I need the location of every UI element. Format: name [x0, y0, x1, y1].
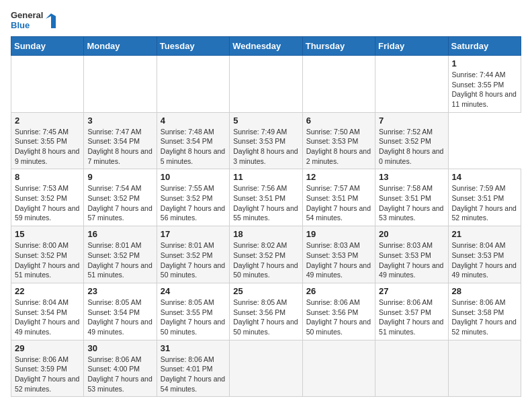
calendar-week-row: 22Sunrise: 8:04 AMSunset: 3:54 PMDayligh…: [11, 283, 521, 340]
day-number: 25: [233, 286, 298, 296]
calendar-day-cell: 20Sunrise: 8:03 AMSunset: 3:53 PMDayligh…: [375, 226, 448, 283]
day-number: 21: [452, 229, 517, 239]
day-number: 6: [306, 116, 371, 126]
day-info: Sunrise: 8:03 AMSunset: 3:53 PMDaylight …: [306, 240, 371, 280]
day-info: Sunrise: 8:06 AMSunset: 3:57 PMDaylight …: [379, 298, 444, 337]
day-number: 17: [161, 229, 226, 239]
day-number: 8: [15, 172, 80, 182]
calendar-day-cell: 4Sunrise: 7:48 AMSunset: 3:54 PMDaylight…: [157, 112, 229, 169]
logo-text: General Blue: [11, 11, 43, 31]
day-info: Sunrise: 7:45 AMSunset: 3:55 PMDaylight …: [15, 127, 80, 167]
day-info: Sunrise: 7:48 AMSunset: 3:54 PMDaylight …: [161, 127, 226, 167]
day-number: 13: [379, 172, 444, 182]
day-info: Sunrise: 8:04 AMSunset: 3:54 PMDaylight …: [15, 298, 80, 337]
day-info: Sunrise: 7:47 AMSunset: 3:54 PMDaylight …: [87, 127, 152, 167]
day-number: 31: [161, 343, 226, 353]
day-number: 19: [306, 229, 371, 239]
day-info: Sunrise: 7:50 AMSunset: 3:53 PMDaylight …: [306, 127, 371, 167]
day-number: 3: [87, 116, 152, 126]
day-info: Sunrise: 8:05 AMSunset: 3:55 PMDaylight …: [161, 298, 226, 337]
day-info: Sunrise: 8:06 AMSunset: 3:56 PMDaylight …: [306, 298, 371, 337]
empty-cell: [375, 340, 448, 397]
empty-cell: [230, 55, 302, 112]
day-number: 22: [15, 286, 80, 296]
day-info: Sunrise: 7:44 AMSunset: 3:55 PMDaylight …: [452, 70, 517, 109]
day-number: 15: [15, 229, 80, 239]
weekday-header: Monday: [84, 36, 157, 55]
empty-cell: [375, 55, 448, 112]
empty-cell: [11, 55, 84, 112]
day-number: 18: [233, 229, 298, 239]
day-info: Sunrise: 7:52 AMSunset: 3:52 PMDaylight …: [379, 127, 444, 167]
day-info: Sunrise: 8:06 AMSunset: 4:01 PMDaylight …: [161, 355, 226, 394]
day-number: 2: [15, 116, 80, 126]
day-info: Sunrise: 8:06 AMSunset: 4:00 PMDaylight …: [87, 355, 152, 394]
day-info: Sunrise: 8:00 AMSunset: 3:52 PMDaylight …: [15, 240, 80, 280]
calendar-day-cell: 14Sunrise: 7:59 AMSunset: 3:51 PMDayligh…: [448, 169, 521, 226]
empty-cell: [84, 55, 157, 112]
calendar-week-row: 8Sunrise: 7:53 AMSunset: 3:52 PMDaylight…: [11, 169, 521, 226]
day-number: 28: [452, 286, 517, 296]
day-number: 20: [379, 229, 444, 239]
day-number: 30: [87, 343, 152, 353]
day-info: Sunrise: 8:05 AMSunset: 3:54 PMDaylight …: [87, 298, 152, 337]
day-number: 23: [87, 286, 152, 296]
day-info: Sunrise: 7:49 AMSunset: 3:53 PMDaylight …: [233, 127, 298, 167]
calendar-day-cell: 23Sunrise: 8:05 AMSunset: 3:54 PMDayligh…: [84, 283, 157, 340]
day-number: 27: [379, 286, 444, 296]
day-number: 9: [87, 172, 152, 182]
calendar-day-cell: 16Sunrise: 8:01 AMSunset: 3:52 PMDayligh…: [84, 226, 157, 283]
day-info: Sunrise: 8:06 AMSunset: 3:58 PMDaylight …: [452, 298, 517, 337]
day-number: 29: [15, 343, 80, 353]
calendar-day-cell: 9Sunrise: 7:54 AMSunset: 3:52 PMDaylight…: [84, 169, 157, 226]
calendar-week-row: 1Sunrise: 7:44 AMSunset: 3:55 PMDaylight…: [11, 55, 521, 112]
day-info: Sunrise: 8:01 AMSunset: 3:52 PMDaylight …: [87, 240, 152, 280]
day-info: Sunrise: 7:59 AMSunset: 3:51 PMDaylight …: [452, 183, 517, 223]
weekday-header: Saturday: [448, 36, 521, 55]
day-number: 4: [161, 116, 226, 126]
calendar-day-cell: 6Sunrise: 7:50 AMSunset: 3:53 PMDaylight…: [302, 112, 375, 169]
day-number: 11: [233, 172, 298, 182]
svg-marker-0: [46, 13, 60, 28]
day-info: Sunrise: 7:54 AMSunset: 3:52 PMDaylight …: [87, 183, 152, 223]
day-number: 5: [233, 116, 298, 126]
weekday-header: Wednesday: [230, 36, 302, 55]
day-info: Sunrise: 7:53 AMSunset: 3:52 PMDaylight …: [15, 183, 80, 223]
calendar-day-cell: 2Sunrise: 7:45 AMSunset: 3:55 PMDaylight…: [11, 112, 84, 169]
weekday-header: Friday: [375, 36, 448, 55]
calendar-week-row: 15Sunrise: 8:00 AMSunset: 3:52 PMDayligh…: [11, 226, 521, 283]
weekday-header: Thursday: [302, 36, 375, 55]
weekday-header-row: SundayMondayTuesdayWednesdayThursdayFrid…: [11, 36, 521, 55]
logo: General Blue: [11, 11, 60, 31]
calendar-day-cell: 21Sunrise: 8:04 AMSunset: 3:53 PMDayligh…: [448, 226, 521, 283]
day-number: 24: [161, 286, 226, 296]
weekday-header: Tuesday: [157, 36, 229, 55]
calendar-day-cell: 10Sunrise: 7:55 AMSunset: 3:52 PMDayligh…: [157, 169, 229, 226]
calendar-week-row: 29Sunrise: 8:06 AMSunset: 3:59 PMDayligh…: [11, 340, 521, 397]
calendar-week-row: 2Sunrise: 7:45 AMSunset: 3:55 PMDaylight…: [11, 112, 521, 169]
empty-cell: [302, 55, 375, 112]
day-info: Sunrise: 7:56 AMSunset: 3:51 PMDaylight …: [233, 183, 298, 223]
day-number: 14: [452, 172, 517, 182]
day-info: Sunrise: 8:02 AMSunset: 3:52 PMDaylight …: [233, 240, 298, 280]
day-info: Sunrise: 7:58 AMSunset: 3:51 PMDaylight …: [379, 183, 444, 223]
empty-cell: [448, 340, 521, 397]
calendar-day-cell: 22Sunrise: 8:04 AMSunset: 3:54 PMDayligh…: [11, 283, 84, 340]
day-info: Sunrise: 8:05 AMSunset: 3:56 PMDaylight …: [233, 298, 298, 337]
calendar-day-cell: 13Sunrise: 7:58 AMSunset: 3:51 PMDayligh…: [375, 169, 448, 226]
day-info: Sunrise: 8:06 AMSunset: 3:59 PMDaylight …: [15, 355, 80, 394]
empty-cell: [230, 340, 302, 397]
page-header: General Blue: [11, 11, 521, 31]
day-number: 1: [452, 58, 517, 68]
calendar-day-cell: 11Sunrise: 7:56 AMSunset: 3:51 PMDayligh…: [230, 169, 302, 226]
calendar-day-cell: 3Sunrise: 7:47 AMSunset: 3:54 PMDaylight…: [84, 112, 157, 169]
day-info: Sunrise: 8:04 AMSunset: 3:53 PMDaylight …: [452, 240, 517, 280]
empty-cell: [157, 55, 229, 112]
calendar-day-cell: 31Sunrise: 8:06 AMSunset: 4:01 PMDayligh…: [157, 340, 229, 397]
calendar-day-cell: 18Sunrise: 8:02 AMSunset: 3:52 PMDayligh…: [230, 226, 302, 283]
calendar-day-cell: 26Sunrise: 8:06 AMSunset: 3:56 PMDayligh…: [302, 283, 375, 340]
day-info: Sunrise: 7:57 AMSunset: 3:51 PMDaylight …: [306, 183, 371, 223]
day-info: Sunrise: 8:01 AMSunset: 3:52 PMDaylight …: [161, 240, 226, 280]
calendar-table: SundayMondayTuesdayWednesdayThursdayFrid…: [11, 36, 521, 398]
logo-arrow-icon: [46, 13, 60, 28]
